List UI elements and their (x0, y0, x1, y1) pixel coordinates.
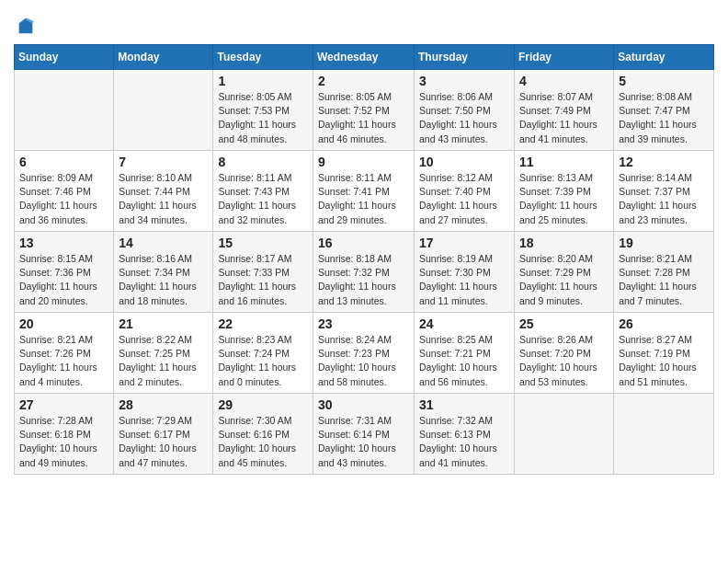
calendar-cell: 5Sunrise: 8:08 AM Sunset: 7:47 PM Daylig… (614, 70, 714, 151)
day-number: 18 (519, 236, 609, 250)
day-of-week-header: Tuesday (213, 45, 313, 70)
calendar-week-row: 6Sunrise: 8:09 AM Sunset: 7:46 PM Daylig… (15, 151, 714, 232)
calendar-cell: 28Sunrise: 7:29 AM Sunset: 6:17 PM Dayli… (114, 394, 213, 475)
day-number: 3 (419, 74, 509, 88)
day-of-week-header: Friday (515, 45, 614, 70)
calendar-week-row: 13Sunrise: 8:15 AM Sunset: 7:36 PM Dayli… (15, 232, 714, 313)
day-number: 13 (19, 236, 108, 250)
calendar-cell: 17Sunrise: 8:19 AM Sunset: 7:30 PM Dayli… (415, 232, 515, 313)
day-number: 11 (519, 155, 609, 169)
calendar-cell (15, 70, 114, 151)
calendar-week-row: 20Sunrise: 8:21 AM Sunset: 7:26 PM Dayli… (15, 313, 714, 394)
page-header (14, 9, 714, 37)
day-of-week-header: Sunday (15, 45, 114, 70)
day-number: 25 (519, 316, 609, 331)
calendar-cell: 12Sunrise: 8:14 AM Sunset: 7:37 PM Dayli… (614, 151, 714, 232)
day-info: Sunrise: 8:11 AM Sunset: 7:41 PM Dayligh… (318, 171, 409, 227)
calendar-week-row: 27Sunrise: 7:28 AM Sunset: 6:18 PM Dayli… (15, 394, 714, 475)
calendar-cell: 4Sunrise: 8:07 AM Sunset: 7:49 PM Daylig… (515, 70, 614, 151)
calendar-cell: 9Sunrise: 8:11 AM Sunset: 7:41 PM Daylig… (313, 151, 415, 232)
day-info: Sunrise: 8:11 AM Sunset: 7:43 PM Dayligh… (218, 171, 308, 227)
day-info: Sunrise: 8:19 AM Sunset: 7:30 PM Dayligh… (419, 252, 509, 308)
day-number: 4 (519, 74, 609, 88)
logo (14, 17, 36, 37)
calendar-cell: 22Sunrise: 8:23 AM Sunset: 7:24 PM Dayli… (213, 313, 313, 394)
calendar-cell: 15Sunrise: 8:17 AM Sunset: 7:33 PM Dayli… (213, 232, 313, 313)
day-info: Sunrise: 8:13 AM Sunset: 7:39 PM Dayligh… (519, 171, 609, 227)
day-number: 14 (119, 236, 208, 250)
calendar-cell (515, 394, 614, 475)
day-number: 17 (419, 236, 509, 250)
calendar-cell: 6Sunrise: 8:09 AM Sunset: 7:46 PM Daylig… (15, 151, 114, 232)
day-info: Sunrise: 7:30 AM Sunset: 6:16 PM Dayligh… (218, 414, 308, 470)
day-info: Sunrise: 8:23 AM Sunset: 7:24 PM Dayligh… (218, 333, 308, 389)
day-info: Sunrise: 8:20 AM Sunset: 7:29 PM Dayligh… (519, 252, 609, 308)
calendar-cell: 29Sunrise: 7:30 AM Sunset: 6:16 PM Dayli… (213, 394, 313, 475)
day-info: Sunrise: 8:06 AM Sunset: 7:50 PM Dayligh… (419, 90, 509, 146)
calendar-cell: 18Sunrise: 8:20 AM Sunset: 7:29 PM Dayli… (515, 232, 614, 313)
day-number: 1 (218, 74, 308, 88)
calendar-cell: 14Sunrise: 8:16 AM Sunset: 7:34 PM Dayli… (114, 232, 213, 313)
day-number: 28 (119, 397, 208, 412)
day-info: Sunrise: 8:21 AM Sunset: 7:26 PM Dayligh… (19, 333, 108, 389)
day-of-week-header: Monday (114, 45, 213, 70)
day-info: Sunrise: 8:10 AM Sunset: 7:44 PM Dayligh… (119, 171, 208, 227)
day-number: 30 (318, 397, 409, 412)
calendar-cell: 27Sunrise: 7:28 AM Sunset: 6:18 PM Dayli… (15, 394, 114, 475)
day-of-week-header: Saturday (614, 45, 714, 70)
day-of-week-header: Wednesday (313, 45, 415, 70)
calendar-cell: 1Sunrise: 8:05 AM Sunset: 7:53 PM Daylig… (213, 70, 313, 151)
day-info: Sunrise: 8:07 AM Sunset: 7:49 PM Dayligh… (519, 90, 609, 146)
day-info: Sunrise: 8:24 AM Sunset: 7:23 PM Dayligh… (318, 333, 409, 389)
day-info: Sunrise: 8:27 AM Sunset: 7:19 PM Dayligh… (619, 333, 709, 389)
day-info: Sunrise: 8:15 AM Sunset: 7:36 PM Dayligh… (19, 252, 108, 308)
calendar-cell: 16Sunrise: 8:18 AM Sunset: 7:32 PM Dayli… (313, 232, 415, 313)
day-info: Sunrise: 7:28 AM Sunset: 6:18 PM Dayligh… (19, 414, 108, 470)
day-info: Sunrise: 8:26 AM Sunset: 7:20 PM Dayligh… (519, 333, 609, 389)
calendar-cell: 10Sunrise: 8:12 AM Sunset: 7:40 PM Dayli… (415, 151, 515, 232)
day-number: 12 (619, 155, 709, 169)
day-number: 2 (318, 74, 409, 88)
day-of-week-header: Thursday (415, 45, 515, 70)
day-info: Sunrise: 8:17 AM Sunset: 7:33 PM Dayligh… (218, 252, 308, 308)
day-info: Sunrise: 8:21 AM Sunset: 7:28 PM Dayligh… (619, 252, 709, 308)
day-number: 24 (419, 316, 509, 331)
day-number: 26 (619, 316, 709, 331)
calendar-cell: 7Sunrise: 8:10 AM Sunset: 7:44 PM Daylig… (114, 151, 213, 232)
calendar-cell: 20Sunrise: 8:21 AM Sunset: 7:26 PM Dayli… (15, 313, 114, 394)
logo-icon (16, 17, 36, 37)
day-number: 6 (19, 155, 108, 169)
calendar-cell: 2Sunrise: 8:05 AM Sunset: 7:52 PM Daylig… (313, 70, 415, 151)
day-info: Sunrise: 8:22 AM Sunset: 7:25 PM Dayligh… (119, 333, 208, 389)
calendar-cell: 25Sunrise: 8:26 AM Sunset: 7:20 PM Dayli… (515, 313, 614, 394)
calendar-cell: 26Sunrise: 8:27 AM Sunset: 7:19 PM Dayli… (614, 313, 714, 394)
day-info: Sunrise: 8:12 AM Sunset: 7:40 PM Dayligh… (419, 171, 509, 227)
day-number: 9 (318, 155, 409, 169)
day-number: 5 (619, 74, 709, 88)
day-number: 31 (419, 397, 509, 412)
calendar-cell: 31Sunrise: 7:32 AM Sunset: 6:13 PM Dayli… (415, 394, 515, 475)
day-info: Sunrise: 8:14 AM Sunset: 7:37 PM Dayligh… (619, 171, 709, 227)
calendar-cell: 8Sunrise: 8:11 AM Sunset: 7:43 PM Daylig… (213, 151, 313, 232)
day-number: 27 (19, 397, 108, 412)
day-number: 10 (419, 155, 509, 169)
day-number: 29 (218, 397, 308, 412)
day-info: Sunrise: 8:16 AM Sunset: 7:34 PM Dayligh… (119, 252, 208, 308)
day-number: 21 (119, 316, 208, 331)
day-number: 22 (218, 316, 308, 331)
day-number: 23 (318, 316, 409, 331)
calendar-cell: 23Sunrise: 8:24 AM Sunset: 7:23 PM Dayli… (313, 313, 415, 394)
calendar-cell: 24Sunrise: 8:25 AM Sunset: 7:21 PM Dayli… (415, 313, 515, 394)
calendar-cell: 11Sunrise: 8:13 AM Sunset: 7:39 PM Dayli… (515, 151, 614, 232)
day-info: Sunrise: 7:29 AM Sunset: 6:17 PM Dayligh… (119, 414, 208, 470)
calendar-week-row: 1Sunrise: 8:05 AM Sunset: 7:53 PM Daylig… (15, 70, 714, 151)
day-info: Sunrise: 7:31 AM Sunset: 6:14 PM Dayligh… (318, 414, 409, 470)
day-info: Sunrise: 8:05 AM Sunset: 7:53 PM Dayligh… (218, 90, 308, 146)
calendar-cell (114, 70, 213, 151)
calendar-table: SundayMondayTuesdayWednesdayThursdayFrid… (14, 44, 714, 475)
day-number: 15 (218, 236, 308, 250)
day-info: Sunrise: 8:05 AM Sunset: 7:52 PM Dayligh… (318, 90, 409, 146)
day-info: Sunrise: 8:08 AM Sunset: 7:47 PM Dayligh… (619, 90, 709, 146)
day-info: Sunrise: 8:18 AM Sunset: 7:32 PM Dayligh… (318, 252, 409, 308)
calendar-cell (614, 394, 714, 475)
